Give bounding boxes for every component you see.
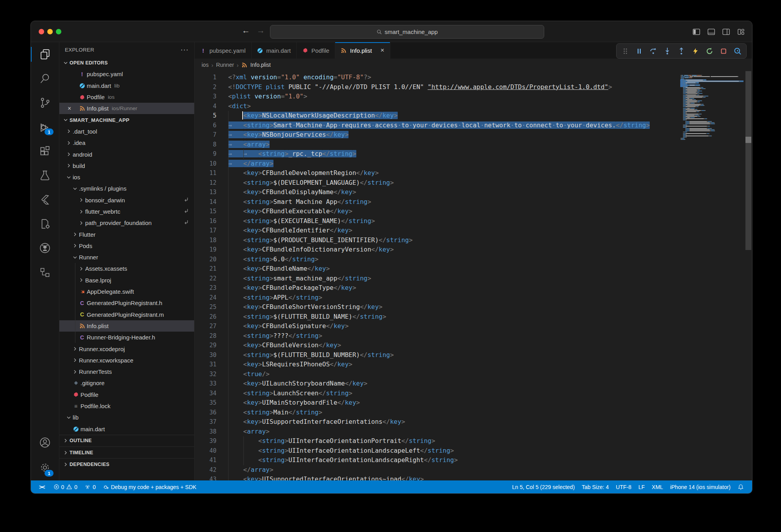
tree-item-info-plist[interactable]: ×Info.plistios/Runner [59,103,194,114]
tree-item-pods[interactable]: Pods [59,240,194,252]
step-out-button[interactable] [675,45,688,57]
code-line-28[interactable]: 28 <string>????</string> [195,331,680,341]
editor-scrollbar[interactable] [743,71,752,480]
section-dependencies[interactable]: DEPENDENCIES [59,458,194,470]
code-line-4[interactable]: 4<dict> [195,102,680,111]
breadcrumb[interactable]: ios›Runner›Info.plist [195,59,752,71]
tree-item-flutter-webrtc[interactable]: flutter_webrtc [59,206,194,217]
code-line-26[interactable]: 26 <string>$(FLUTTER_BUILD_NAME)</string… [195,312,680,322]
accounts-button[interactable] [31,430,59,455]
code-line-5[interactable]: 5 <key>NSLocalNetworkUsageDescription</k… [195,111,680,121]
minimap[interactable] [680,71,743,480]
code-line-21[interactable]: 21 <key>CFBundleName</key> [195,264,680,274]
tab-size[interactable]: Tab Size: 4 [578,484,612,490]
toggle-primary-sidebar-button[interactable] [691,27,701,37]
tree-item-build[interactable]: build [59,160,194,171]
activity-hierarchy-button[interactable] [31,260,59,284]
code-line-29[interactable]: 29 <key>CFBundleVersion</key> [195,341,680,350]
code-line-16[interactable]: 16 <string>$(EXECUTABLE_NAME)</string> [195,216,680,226]
section-outline[interactable]: OUTLINE [59,435,194,446]
code-line-31[interactable]: 31 <key>LSRequiresIPhoneOS</key> [195,360,680,370]
pause-button[interactable] [633,45,645,57]
code-line-24[interactable]: 24 <string>APPL</string> [195,293,680,303]
close-window-button[interactable] [39,29,44,34]
hot-reload-button[interactable] [689,45,702,57]
code-line-6[interactable]: 6→<string>Smart·Machine·App·requires·acc… [195,121,680,130]
tree-item-podfile[interactable]: Podfileios [59,91,194,103]
ports-indicator[interactable]: 0 [81,480,99,493]
close-tab-button[interactable]: × [381,46,384,54]
code-line-38[interactable]: 38 <array> [195,427,680,437]
zoom-window-button[interactable] [56,29,61,34]
tree-item-base-lproj[interactable]: Base.lproj [59,275,194,286]
tab-info-plist[interactable]: Info.plist× [335,42,390,59]
language-mode[interactable]: XML [648,484,667,490]
tree-item-flutter[interactable]: Flutter [59,229,194,240]
code-line-35[interactable]: 35 <key>UIMainStoryboardFile</key> [195,398,680,408]
breadcrumb-item-ios[interactable]: ios [202,62,209,68]
tree-item-podfile[interactable]: Podfile [59,389,194,400]
code-line-10[interactable]: 10→</array> [195,159,680,169]
code-line-17[interactable]: 17 <key>CFBundleIdentifier</key> [195,226,680,236]
tree-item-runner-xcworkspace[interactable]: Runner.xcworkspace [59,355,194,366]
section-timeline[interactable]: TIMELINE [59,446,194,458]
tree-item-info-plist[interactable]: Info.plist [59,320,194,332]
code-line-15[interactable]: 15 <key>CFBundleExecutable</key> [195,207,680,216]
breadcrumb-item-runner[interactable]: Runner [216,62,234,68]
tree-item-pubspec-yaml[interactable]: !pubspec.yaml [59,68,194,80]
tree-item-appdelegate-swift[interactable]: AppDelegate.swift [59,286,194,297]
problems-indicator[interactable]: 0 0 [50,480,81,493]
code-line-13[interactable]: 13 <key>CFBundleDisplayName</key> [195,187,680,197]
tree-item-bonsoir-darwin[interactable]: bonsoir_darwin [59,195,194,206]
debug-status[interactable]: Debug my code + packages + SDK [99,480,200,493]
code-line-30[interactable]: 30 <string>$(FLUTTER_BUILD_NUMBER)</stri… [195,350,680,360]
stop-button[interactable] [717,45,730,57]
tree-item-assets-xcassets[interactable]: Assets.xcassets [59,263,194,274]
activity-search-button[interactable] [31,66,59,91]
close-editor-button[interactable]: × [66,105,77,112]
code-line-25[interactable]: 25 <key>CFBundleShortVersionString</key> [195,302,680,312]
navigate-back-button[interactable]: ← [242,26,250,35]
scrollbar-thumb[interactable] [745,71,751,250]
tree-item-runner-bridging-header-h[interactable]: CRunner-Bridging-Header.h [59,332,194,343]
navigate-forward-button[interactable]: → [257,26,265,35]
section-smart-machine-app[interactable]: SMART_MACHINE_APP [59,114,194,125]
tree-item-runnertests[interactable]: RunnerTests [59,366,194,377]
code-line-19[interactable]: 19 <key>CFBundleInfoDictionaryVersion</k… [195,245,680,255]
tree-item-generatedpluginregistrant-h[interactable]: CGeneratedPluginRegistrant.h [59,297,194,309]
code-line-43[interactable]: 43 <key>UISupportedInterfaceOrientations… [195,475,680,480]
activity-github-button[interactable] [31,236,59,260]
restart-button[interactable] [703,45,716,57]
cursor-position[interactable]: Ln 5, Col 5 (229 selected) [509,484,578,490]
activity-testing-button[interactable] [31,163,59,187]
code-line-36[interactable]: 36 <string>Main</string> [195,408,680,418]
tree-item-generatedpluginregistrant-m[interactable]: CGeneratedPluginRegistrant.m [59,309,194,320]
tree-item-runner[interactable]: Runner [59,252,194,263]
tree-item-podfile-lock[interactable]: ≡Podfile.lock [59,400,194,412]
code-line-12[interactable]: 12 <string>$(DEVELOPMENT_LANGUAGE)</stri… [195,178,680,188]
code-line-18[interactable]: 18 <string>$(PRODUCT_BUNDLE_IDENTIFIER)<… [195,236,680,245]
customize-layout-button[interactable] [736,27,746,37]
code-line-42[interactable]: 42 </array> [195,465,680,475]
code-editor[interactable]: 1<?xml version="1.0" encoding="UTF-8"?>2… [195,71,680,480]
code-line-27[interactable]: 27 <key>CFBundleSignature</key> [195,321,680,331]
code-line-39[interactable]: 39 <string>UIInterfaceOrientationPortrai… [195,436,680,446]
activity-flutter-button[interactable] [31,187,59,212]
breadcrumb-item-info-plist[interactable]: Info.plist [250,62,271,68]
tree-item-main-dart[interactable]: main.dart [59,423,194,435]
tree-item-lib[interactable]: lib [59,412,194,423]
activity-project-runner-button[interactable] [31,212,59,236]
code-line-2[interactable]: 2<!DOCTYPE plist PUBLIC "-//Apple//DTD P… [195,82,680,92]
step-into-button[interactable] [661,45,674,57]
code-line-11[interactable]: 11 <key>CFBundleDevelopmentRegion</key> [195,168,680,178]
encoding[interactable]: UTF-8 [612,484,635,490]
code-line-37[interactable]: 37 <key>UISupportedInterfaceOrientations… [195,417,680,427]
code-line-34[interactable]: 34 <string>LaunchScreen</string> [195,389,680,398]
tree-item-android[interactable]: android [59,148,194,160]
section-open-editors[interactable]: OPEN EDITORS [59,57,194,68]
tree-item-main-dart[interactable]: main.dartlib [59,80,194,91]
minimize-window-button[interactable] [47,29,53,34]
drag-grip-icon[interactable] [619,45,631,57]
tree-item-dart-tool[interactable]: .dart_tool [59,126,194,137]
tab-pubspec-yaml[interactable]: !pubspec.yaml [195,42,252,59]
